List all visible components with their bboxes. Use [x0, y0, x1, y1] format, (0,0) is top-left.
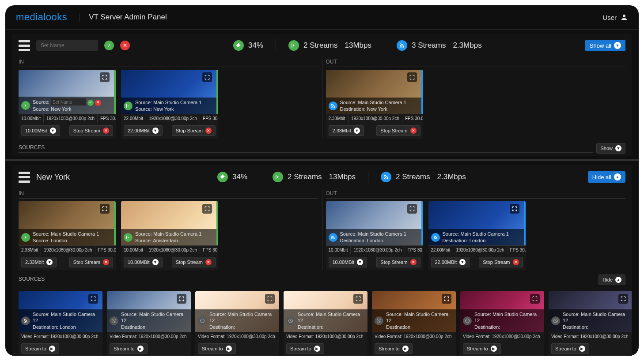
cancel-button[interactable]: ✕ [120, 41, 130, 50]
cpu-value: 34% [232, 173, 247, 181]
expand-icon[interactable] [407, 204, 417, 214]
sources-toggle-button[interactable]: Hide ▲ [599, 275, 625, 285]
source-status-icon [21, 316, 30, 325]
bitrate-dropdown[interactable]: 2.33Mbit▼ [329, 125, 364, 136]
bitrate: 10.00Mbit [326, 246, 351, 254]
source-overlay: Source: Main Studio Camera 12 Destinatio… [107, 309, 191, 332]
cancel-icon[interactable]: ✕ [95, 100, 101, 106]
meta-row: 10.00Mbit 1920x1080@30.00p 2ch FPS 30.01 [326, 245, 423, 254]
bitrate: 10.00Mbit [121, 246, 146, 254]
app-title: VT Server Admin Panel [80, 13, 167, 22]
dest-line: Destination: [386, 324, 453, 330]
thumbnail[interactable]: Source: Main Studio Camera 12 Destinatio… [195, 291, 279, 332]
source-status-icon [463, 316, 472, 325]
thumbnail[interactable]: Source: Main Studio Camera 12 Destinatio… [284, 291, 367, 332]
meta-row: 22.00Mbit 1920x1080@30.00p 2ch FPS 30.01 [428, 245, 526, 254]
stream-to-button[interactable]: Stream to▶ [21, 343, 59, 354]
stream-card: Source: Main Studio Camera 1 Destination… [326, 70, 423, 139]
thumbnail[interactable]: Source: ✓ ✕ Source: New York [19, 70, 116, 114]
source-card: Source: Main Studio Camera 12 Destinatio… [284, 291, 367, 356]
expand-icon[interactable] [265, 294, 275, 304]
source-status-icon [286, 316, 295, 325]
toggle-label: Hide all [592, 174, 611, 180]
expand-icon[interactable] [202, 204, 212, 214]
close-icon: ✕ [205, 128, 212, 134]
expand-icon[interactable] [100, 204, 110, 214]
dest-line: Destination: London [443, 237, 521, 244]
thumbnail[interactable]: Source: Main Studio Camera 1 Source: New… [121, 70, 218, 114]
show-all-button[interactable]: Show all ▼ [585, 40, 625, 51]
stop-stream-button[interactable]: Stop Stream✕ [69, 257, 113, 267]
stop-stream-button[interactable]: Stop Stream✕ [69, 125, 113, 136]
confirm-button[interactable]: ✓ [104, 41, 114, 50]
stream-to-button[interactable]: Stream to▶ [375, 343, 413, 354]
close-icon: ✕ [103, 128, 109, 134]
chevron-up-icon: ▲ [615, 277, 621, 283]
stop-stream-button[interactable]: Stop Stream✕ [376, 257, 420, 267]
dest-line: Destination: [209, 324, 277, 330]
source-name-input[interactable] [51, 98, 86, 105]
source-overlay: Source: Main Studio Camera 12 Destinatio… [19, 309, 102, 332]
fps: FPS 30.01 [98, 114, 116, 123]
thumbnail[interactable]: Source: Main Studio Camera 12 Destinatio… [19, 291, 102, 332]
stop-stream-button[interactable]: Stop Stream✕ [376, 125, 420, 136]
header-bar: medialooks VT Server Admin Panel User [5, 5, 639, 30]
bitrate-dropdown[interactable]: 2.33Mbit▼ [21, 257, 57, 267]
direction-icon [329, 102, 337, 110]
menu-icon[interactable] [19, 40, 30, 51]
stream-to-button[interactable]: Stream to▶ [286, 343, 324, 354]
expand-icon[interactable] [88, 294, 98, 304]
panel-divider [5, 159, 639, 161]
expand-icon[interactable] [618, 294, 628, 304]
play-icon: ▶ [491, 346, 497, 352]
thumbnail[interactable]: Source: Main Studio Camera 1 Destination… [428, 201, 526, 245]
stream-to-button[interactable]: Stream to▶ [463, 343, 501, 354]
bitrate-dropdown[interactable]: 10.00MBit▼ [21, 125, 60, 136]
direction-icon [124, 102, 133, 110]
in-bw-value: 13Mbps [345, 41, 371, 50]
dest-line: Destination: [474, 324, 542, 330]
stream-to-button[interactable]: Stream to▶ [110, 343, 148, 354]
expand-icon[interactable] [100, 72, 110, 82]
thumbnail[interactable]: Source: Main Studio Camera 12 Destinatio… [460, 291, 544, 332]
expand-icon[interactable] [202, 72, 212, 82]
stop-stream-button[interactable]: Stop Stream✕ [172, 125, 216, 136]
stream-card: Source: Main Studio Camera 1 Source: Lon… [19, 201, 116, 270]
bitrate-dropdown[interactable]: 10.00MBit▼ [124, 257, 163, 267]
streams-row: IN Source: Main Studio Camera 1 Source: … [12, 188, 632, 275]
menu-icon[interactable] [19, 172, 30, 183]
in-label: IN [19, 190, 318, 199]
expand-icon[interactable] [407, 72, 417, 82]
thumbnail[interactable]: Source: Main Studio Camera 12 Destinatio… [107, 291, 191, 332]
expand-icon[interactable] [177, 294, 186, 304]
expand-icon[interactable] [442, 294, 451, 304]
source-line: Source: ✓ ✕ [33, 98, 111, 105]
expand-icon[interactable] [510, 204, 519, 214]
stream-to-button[interactable]: Stream to▶ [551, 343, 589, 354]
chevron-down-icon: ▼ [615, 145, 621, 151]
svg-point-1 [400, 46, 401, 47]
expand-icon[interactable] [530, 294, 540, 304]
thumbnail[interactable]: Source: Main Studio Camera 1 Destination… [326, 70, 423, 114]
thumbnail[interactable]: Source: Main Studio Camera 1 Source: Lon… [19, 201, 116, 245]
set-name-input[interactable] [36, 40, 98, 51]
expand-icon[interactable] [353, 294, 363, 304]
stream-overlay: Source: Main Studio Camera 1 Destination… [326, 229, 421, 245]
stop-stream-button[interactable]: Stop Stream✕ [172, 257, 216, 267]
thumbnail[interactable]: Source: Main Studio Camera 1 Destination… [326, 201, 423, 245]
thumbnail[interactable]: Source: Main Studio Camera 12 Destinatio… [372, 291, 456, 332]
sources-toggle-button[interactable]: Show ▼ [596, 143, 625, 154]
bitrate-dropdown[interactable]: 22.00MBit▼ [124, 125, 163, 136]
confirm-icon[interactable]: ✓ [87, 100, 94, 106]
source-line: Source: Main Studio Camera 12 [33, 311, 100, 324]
stream-to-button[interactable]: Stream to▶ [198, 343, 236, 354]
bitrate-dropdown[interactable]: 10.00MBit▼ [329, 257, 367, 267]
hide-all-button[interactable]: Hide all ▲ [588, 171, 625, 183]
stop-stream-button[interactable]: Stop Stream✕ [479, 257, 523, 267]
bitrate-dropdown[interactable]: 22.00MBit▼ [431, 257, 470, 267]
in-bw-value: 13Mbps [329, 173, 356, 181]
user-menu[interactable]: User [602, 13, 628, 21]
thumbnail[interactable]: Source: Main Studio Camera 1 Source: Ams… [121, 201, 218, 245]
thumbnail[interactable]: Source: Main Studio Camera 12 Destinatio… [549, 291, 632, 332]
chevron-down-icon: ▼ [614, 42, 621, 49]
